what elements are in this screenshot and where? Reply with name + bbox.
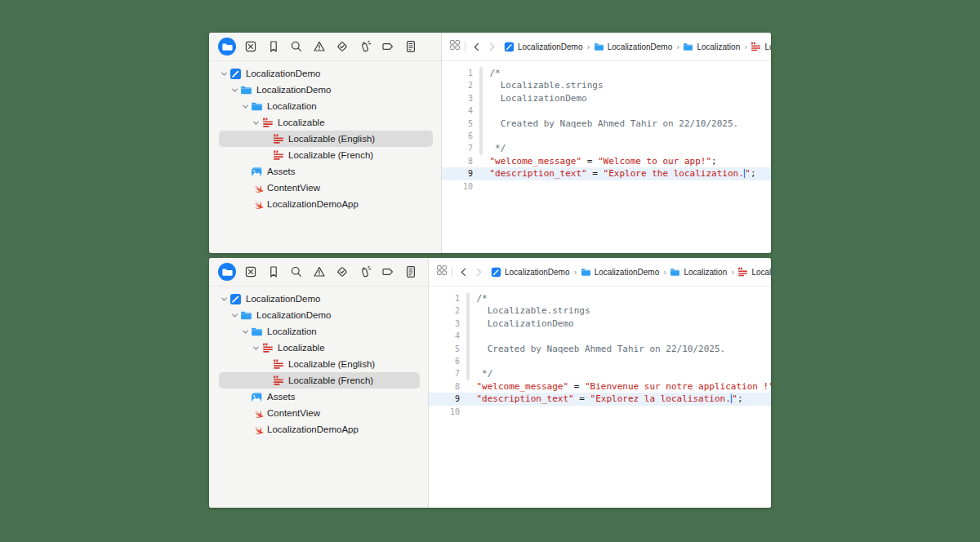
sidebar-item-localizable-french[interactable]: Localizable (French) — [219, 147, 433, 163]
code-line-10[interactable]: 10 — [429, 406, 771, 418]
breadcrumb-localization-2[interactable]: Localization — [670, 267, 727, 278]
navigator-tab-tests[interactable] — [335, 40, 349, 54]
code-line-6[interactable]: 6 — [429, 355, 771, 367]
line-number[interactable]: 7 — [442, 142, 479, 154]
code-line-2[interactable]: 2 Localizable.strings — [442, 79, 771, 91]
navigator-tab-find[interactable] — [289, 40, 303, 54]
navigator-tab-reports[interactable] — [403, 265, 417, 279]
line-number[interactable]: 1 — [429, 292, 466, 304]
code-line-4[interactable]: 4 — [442, 104, 771, 117]
code-editor[interactable]: 1/*2 Localizable.strings3 LocalizationDe… — [429, 287, 771, 508]
navigator-tab-source-control[interactable] — [243, 40, 257, 54]
sidebar-item-localizationdemo[interactable]: LocalizationDemo — [219, 65, 433, 82]
navigator-tab-issues[interactable] — [312, 40, 326, 54]
sidebar-item-localizable-english[interactable]: Localizable (English) — [219, 356, 420, 372]
related-items-grid-icon[interactable] — [436, 264, 448, 279]
line-number[interactable]: 8 — [429, 380, 466, 393]
related-items-grid-icon[interactable] — [449, 39, 461, 54]
back-button[interactable] — [471, 40, 483, 53]
breadcrumb-localizationdemo-1[interactable]: LocalizationDemo — [581, 267, 660, 278]
line-number[interactable]: 5 — [429, 343, 466, 355]
navigator-tab-bookmarks[interactable] — [266, 40, 280, 54]
line-number[interactable]: 10 — [442, 180, 479, 193]
line-number[interactable]: 2 — [429, 304, 466, 317]
navigator-tab-breakpoints[interactable] — [381, 265, 394, 279]
code-line-8[interactable]: 8"welcome_message" = "Bienvenue sur notr… — [429, 380, 771, 393]
back-button[interactable] — [458, 265, 470, 278]
disclosure-triangle-icon[interactable] — [251, 118, 261, 127]
navigator-tab-issues[interactable] — [312, 265, 326, 279]
sidebar-item-localizable[interactable]: Localizable — [219, 114, 433, 131]
line-number[interactable]: 6 — [429, 355, 466, 367]
forward-button[interactable] — [473, 265, 484, 278]
code-line-9[interactable]: 9"description_text" = "Explorez la local… — [429, 393, 771, 405]
code-line-3[interactable]: 3 LocalizationDemo — [442, 92, 771, 104]
code-line-10[interactable]: 10 — [442, 180, 771, 193]
navigator-tab-project[interactable] — [218, 263, 236, 281]
line-number[interactable]: 1 — [442, 67, 479, 79]
sidebar-item-localization[interactable]: Localization — [219, 98, 433, 114]
navigator-tab-tests[interactable] — [335, 265, 349, 279]
line-number[interactable]: 4 — [429, 330, 466, 342]
breadcrumb-localization-2[interactable]: Localization — [683, 42, 740, 52]
sidebar-item-localizationdemoapp[interactable]: LocalizationDemoApp — [219, 421, 420, 438]
code-line-6[interactable]: 6 — [442, 130, 771, 142]
line-number[interactable]: 9 — [442, 167, 479, 180]
line-number[interactable]: 3 — [442, 92, 479, 104]
sidebar-item-localizationdemo[interactable]: LocalizationDemo — [219, 82, 433, 98]
code-line-5[interactable]: 5 Created by Naqeeb Ahmed Tahir on 22/10… — [442, 118, 771, 130]
code-line-1[interactable]: 1/* — [429, 292, 771, 304]
navigator-tab-bookmarks[interactable] — [266, 265, 280, 279]
code-line-8[interactable]: 8"welcome_message" = "Welcome to our app… — [442, 155, 771, 167]
navigator-tab-breakpoints[interactable] — [381, 40, 394, 54]
disclosure-triangle-icon[interactable] — [229, 86, 240, 95]
line-number[interactable]: 2 — [442, 79, 479, 91]
breadcrumb-localizationdemo-0[interactable]: LocalizationDemo — [491, 267, 570, 278]
code-line-9[interactable]: 9"description_text" = "Explore the local… — [442, 167, 771, 180]
disclosure-triangle-icon[interactable] — [229, 311, 240, 320]
breadcrumb-localizable-english-3[interactable]: Localizable (English) — [751, 42, 771, 52]
code-line-7[interactable]: 7 */ — [442, 142, 771, 154]
navigator-tab-debug[interactable] — [358, 265, 372, 279]
line-number[interactable]: 10 — [429, 406, 466, 418]
line-number[interactable]: 5 — [442, 118, 479, 130]
sidebar-item-localization[interactable]: Localization — [219, 323, 420, 340]
navigator-tab-project[interactable] — [218, 38, 236, 56]
line-number[interactable]: 9 — [429, 393, 466, 405]
breadcrumb-localizationdemo-0[interactable]: LocalizationDemo — [504, 42, 583, 52]
sidebar-item-localizationdemo[interactable]: LocalizationDemo — [219, 291, 420, 307]
disclosure-triangle-icon[interactable] — [240, 102, 251, 111]
disclosure-triangle-icon[interactable] — [219, 69, 229, 78]
sidebar-item-assets[interactable]: Assets — [219, 163, 433, 180]
navigator-tab-source-control[interactable] — [243, 265, 257, 279]
sidebar-item-contentview[interactable]: ContentView — [219, 405, 420, 421]
sidebar-item-contentview[interactable]: ContentView — [219, 180, 433, 196]
forward-button[interactable] — [486, 40, 497, 53]
navigator-tab-find[interactable] — [289, 265, 303, 279]
navigator-tab-reports[interactable] — [403, 40, 417, 54]
breadcrumb-localizable-french-3[interactable]: Localizable (French) — [737, 267, 771, 278]
line-number[interactable]: 3 — [429, 318, 466, 330]
code-line-1[interactable]: 1/* — [442, 67, 771, 79]
line-number[interactable]: 8 — [442, 155, 479, 167]
sidebar-item-localizationdemoapp[interactable]: LocalizationDemoApp — [219, 196, 433, 212]
sidebar-item-assets[interactable]: Assets — [219, 389, 420, 405]
sidebar-item-localizable-english[interactable]: Localizable (English) — [219, 131, 433, 147]
disclosure-triangle-icon[interactable] — [251, 344, 261, 353]
code-line-5[interactable]: 5 Created by Naqeeb Ahmed Tahir on 22/10… — [429, 343, 771, 355]
line-number[interactable]: 7 — [429, 367, 466, 380]
navigator-tab-debug[interactable] — [358, 40, 372, 54]
code-line-7[interactable]: 7 */ — [429, 367, 771, 380]
code-editor[interactable]: 1/*2 Localizable.strings3 LocalizationDe… — [442, 61, 771, 253]
sidebar-item-localizable[interactable]: Localizable — [219, 340, 420, 356]
code-line-3[interactable]: 3 LocalizationDemo — [429, 318, 771, 330]
line-number[interactable]: 4 — [442, 104, 479, 117]
code-line-4[interactable]: 4 — [429, 330, 771, 342]
sidebar-item-localizable-french[interactable]: Localizable (French) — [219, 372, 420, 389]
disclosure-triangle-icon[interactable] — [240, 327, 251, 336]
breadcrumb-localizationdemo-1[interactable]: LocalizationDemo — [594, 42, 673, 52]
sidebar-item-localizationdemo[interactable]: LocalizationDemo — [219, 307, 420, 323]
disclosure-triangle-icon[interactable] — [219, 295, 229, 304]
code-line-2[interactable]: 2 Localizable.strings — [429, 304, 771, 317]
line-number[interactable]: 6 — [442, 130, 479, 142]
